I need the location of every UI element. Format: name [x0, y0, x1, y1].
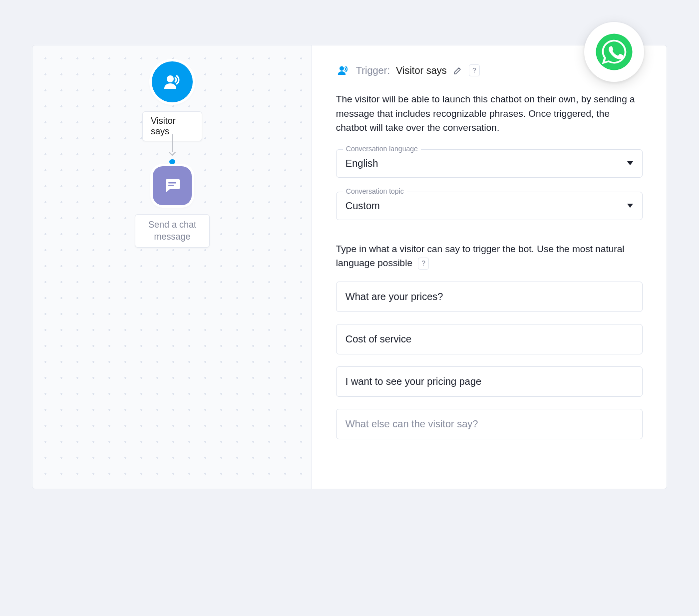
- help-button[interactable]: ?: [418, 258, 429, 270]
- chat-message-icon: [153, 166, 192, 205]
- language-field: Conversation language English: [336, 149, 643, 178]
- trigger-description: The visitor will be able to launch this …: [336, 92, 643, 135]
- connector-dot-icon: [169, 159, 175, 164]
- phrase-prompt: Type in what a visitor can say to trigge…: [336, 242, 643, 271]
- chevron-down-icon: [627, 161, 633, 165]
- visitor-says-icon: [152, 61, 193, 102]
- svg-point-3: [340, 66, 344, 71]
- language-select[interactable]: English: [336, 149, 643, 178]
- phrase-input-0[interactable]: [336, 282, 643, 312]
- language-value: English: [346, 158, 378, 169]
- flow-connector: [171, 134, 173, 164]
- flow-graph: Visitor says Send a chat message: [32, 45, 312, 489]
- trigger-node[interactable]: Visitor says: [142, 61, 202, 141]
- visitor-says-icon: [336, 63, 350, 77]
- topic-field-label: Conversation topic: [343, 187, 407, 195]
- svg-point-0: [167, 75, 174, 82]
- svg-rect-1: [168, 182, 176, 184]
- edit-icon[interactable]: [453, 65, 463, 75]
- trigger-prefix: Trigger:: [356, 65, 390, 76]
- topic-field: Conversation topic Custom: [336, 192, 643, 220]
- phrase-input-1[interactable]: [336, 324, 643, 354]
- action-node[interactable]: Send a chat message: [132, 166, 212, 248]
- whatsapp-icon: [584, 22, 644, 82]
- chevron-down-icon: [169, 152, 176, 156]
- builder-canvas: Visitor says Send a chat message: [32, 45, 667, 489]
- settings-panel: Trigger: Visitor says ? The visitor will…: [312, 45, 667, 489]
- language-field-label: Conversation language: [343, 145, 421, 153]
- chevron-down-icon: [627, 204, 633, 208]
- phrase-input-new[interactable]: [336, 409, 643, 439]
- topic-value: Custom: [346, 200, 380, 212]
- action-node-label: Send a chat message: [135, 214, 210, 248]
- help-button[interactable]: ?: [469, 64, 480, 76]
- trigger-name: Visitor says: [396, 65, 447, 76]
- topic-select[interactable]: Custom: [336, 192, 643, 220]
- svg-rect-2: [168, 185, 174, 186]
- phrase-input-2[interactable]: [336, 366, 643, 397]
